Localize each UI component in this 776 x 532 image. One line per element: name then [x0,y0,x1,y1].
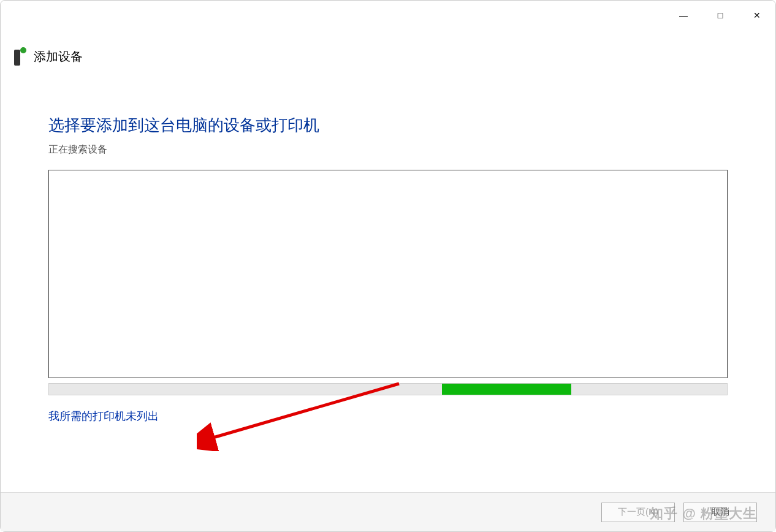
titlebar: — □ ✕ [1,1,775,30]
progress-bar [48,383,728,395]
printer-not-listed-link[interactable]: 我所需的打印机未列出 [48,409,728,424]
add-device-dialog: — □ ✕ 添加设备 选择要添加到这台电脑的设备或打印机 正在搜索设备 我所需的… [0,0,776,532]
progress-segment [442,384,571,395]
device-list[interactable] [48,170,728,378]
minimize-button[interactable]: — [665,3,702,28]
device-icon [13,47,26,66]
content-area: 选择要添加到这台电脑的设备或打印机 正在搜索设备 我所需的打印机未列出 [1,78,775,492]
maximize-button[interactable]: □ [702,3,739,28]
search-status: 正在搜索设备 [48,143,728,156]
dialog-header: 添加设备 [1,30,775,78]
next-button[interactable]: 下一页(N) [601,503,675,522]
dialog-title: 添加设备 [34,48,83,65]
close-button[interactable]: ✕ [739,3,775,28]
cancel-button[interactable]: 取消 [683,503,757,522]
window-controls: — □ ✕ [665,3,775,28]
dialog-footer: 下一页(N) 取消 [1,492,775,531]
main-heading: 选择要添加到这台电脑的设备或打印机 [48,115,728,136]
